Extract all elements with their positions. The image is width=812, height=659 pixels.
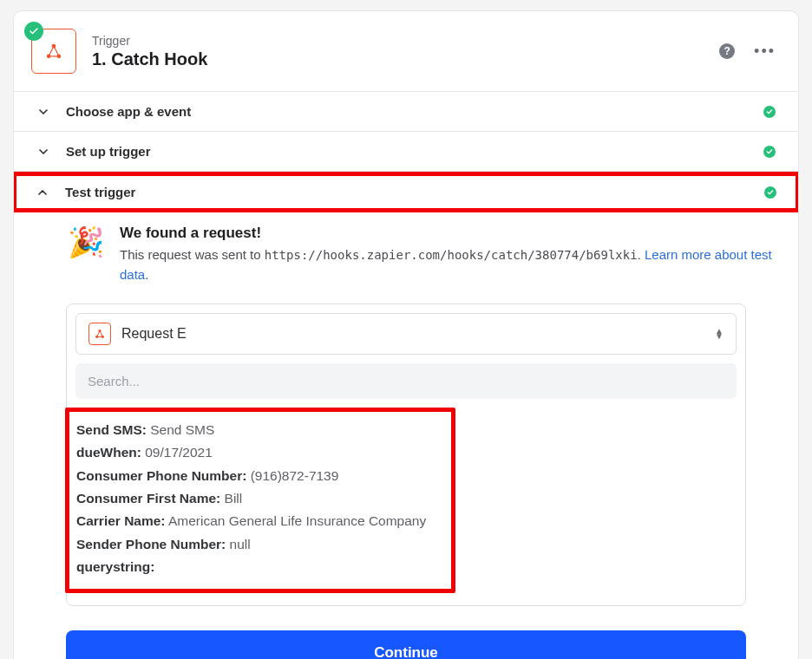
svg-point-2 bbox=[52, 44, 56, 49]
row-choose-app-event[interactable]: Choose app & event bbox=[14, 92, 798, 132]
field-row: Consumer Phone Number: (916)872-7139 bbox=[76, 465, 444, 487]
row-label: Set up trigger bbox=[66, 144, 151, 159]
found-description: This request was sent to https://hooks.z… bbox=[120, 245, 776, 284]
more-icon[interactable]: ••• bbox=[754, 43, 776, 59]
field-value: Bill bbox=[225, 491, 243, 506]
field-key: querystring: bbox=[76, 559, 154, 574]
status-check-icon bbox=[24, 22, 43, 41]
highlight-test-trigger: Test trigger bbox=[13, 172, 799, 212]
found-lead: This request was sent to bbox=[120, 247, 265, 262]
trigger-card: Trigger 1. Catch Hook ? ••• Choose app &… bbox=[13, 10, 799, 659]
party-icon: 🎉 bbox=[68, 225, 104, 284]
row-test-trigger[interactable]: Test trigger bbox=[16, 176, 796, 208]
found-url: https://hooks.zapier.com/hooks/catch/380… bbox=[265, 248, 638, 262]
request-dropdown-panel: Request E ▲▼ Send SMS: Send SMSdueWhen: … bbox=[66, 303, 746, 606]
request-fields: Send SMS: Send SMSdueWhen: 09/17/2021Con… bbox=[67, 408, 745, 605]
highlight-request-data: Send SMS: Send SMSdueWhen: 09/17/2021Con… bbox=[65, 408, 455, 593]
field-value: 09/17/2021 bbox=[145, 445, 213, 460]
found-title: We found a request! bbox=[120, 225, 776, 242]
field-key: Consumer Phone Number: bbox=[76, 468, 246, 483]
header-actions: ? ••• bbox=[719, 43, 776, 59]
found-dot2: . bbox=[145, 267, 148, 282]
continue-button[interactable]: Continue bbox=[66, 630, 746, 659]
field-key: Consumer First Name: bbox=[76, 491, 220, 506]
chevron-down-icon bbox=[36, 105, 50, 119]
field-row: dueWhen: 09/17/2021 bbox=[76, 441, 444, 464]
sort-icon: ▲▼ bbox=[715, 329, 724, 339]
header-kicker: Trigger bbox=[92, 34, 207, 48]
search-wrap bbox=[67, 363, 745, 408]
row-status-check-icon bbox=[763, 146, 776, 158]
field-row: Carrier Name: American General Life Insu… bbox=[76, 510, 444, 532]
field-value: American General Life Insurance Company bbox=[168, 513, 426, 528]
found-request-text: We found a request! This request was sen… bbox=[120, 225, 776, 284]
card-header: Trigger 1. Catch Hook ? ••• bbox=[14, 11, 798, 92]
field-key: Sender Phone Number: bbox=[76, 537, 226, 551]
row-label: Choose app & event bbox=[66, 104, 191, 119]
search-input[interactable] bbox=[75, 363, 737, 399]
header-text: Trigger 1. Catch Hook bbox=[92, 34, 207, 69]
chevron-up-icon bbox=[36, 186, 49, 199]
row-status-check-icon bbox=[764, 186, 776, 199]
field-row: Send SMS: Send SMS bbox=[76, 419, 444, 441]
dropdown-selected-label: Request E bbox=[121, 326, 187, 342]
field-row: Consumer First Name: Bill bbox=[76, 487, 444, 510]
field-key: Send SMS: bbox=[76, 422, 147, 437]
app-badge-wrap bbox=[31, 29, 76, 74]
webhook-mini-icon bbox=[88, 323, 111, 345]
header-title: 1. Catch Hook bbox=[92, 49, 207, 69]
field-key: Carrier Name: bbox=[76, 513, 166, 528]
found-request-section: 🎉 We found a request! This request was s… bbox=[14, 211, 798, 293]
field-value: (916)872-7139 bbox=[251, 468, 339, 483]
field-row: querystring: bbox=[76, 556, 444, 578]
chevron-down-icon bbox=[36, 145, 50, 159]
request-dropdown[interactable]: Request E ▲▼ bbox=[75, 313, 737, 355]
field-value: null bbox=[230, 537, 251, 551]
help-icon[interactable]: ? bbox=[719, 43, 735, 59]
row-label: Test trigger bbox=[65, 185, 135, 199]
field-value: Send SMS bbox=[150, 422, 214, 437]
footer-section: Continue bbox=[14, 606, 798, 659]
found-dot: . bbox=[638, 247, 641, 262]
field-key: dueWhen: bbox=[76, 445, 141, 460]
row-status-check-icon bbox=[763, 106, 776, 118]
field-row: Sender Phone Number: null bbox=[76, 533, 444, 556]
row-set-up-trigger[interactable]: Set up trigger bbox=[14, 132, 798, 172]
